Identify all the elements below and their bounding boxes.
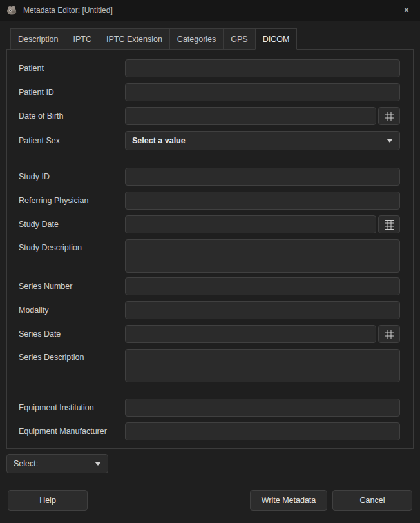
study-description-label: Study Description <box>19 239 125 252</box>
equipment-institution-label: Equipment Institution <box>19 403 125 412</box>
series-date-label: Series Date <box>19 330 125 339</box>
patient-id-label: Patient ID <box>19 88 125 97</box>
tab-gps[interactable]: GPS <box>223 28 254 50</box>
date-of-birth-calendar-button[interactable] <box>378 107 400 125</box>
title-bar: Metadata Editor: [Untitled] × <box>0 0 420 21</box>
series-description-label: Series Description <box>19 349 125 362</box>
series-number-label: Series Number <box>19 282 125 291</box>
field-row-patient-sex: Patient Sex Select a value <box>19 131 400 150</box>
field-row-study-description: Study Description <box>19 239 400 273</box>
dicom-form: Patient Patient ID Date of Birth <box>6 49 414 449</box>
field-row-patient-id: Patient ID <box>19 83 400 101</box>
study-id-input[interactable] <box>125 168 400 186</box>
field-row-study-date: Study Date <box>19 215 400 233</box>
tab-bar: Description IPTC IPTC Extension Categori… <box>10 28 297 50</box>
group-divider <box>19 156 400 168</box>
select-combobox-value: Select: <box>14 459 38 468</box>
tab-iptc-extension[interactable]: IPTC Extension <box>99 28 169 50</box>
field-row-date-of-birth: Date of Birth <box>19 107 400 125</box>
cancel-button[interactable]: Cancel <box>332 490 412 511</box>
app-icon <box>6 5 18 15</box>
series-description-textarea[interactable] <box>125 349 400 382</box>
field-row-patient: Patient <box>19 59 400 77</box>
study-date-calendar-button[interactable] <box>378 215 400 233</box>
equipment-institution-input[interactable] <box>125 399 400 417</box>
dialog-button-row: Help Write Metadata Cancel <box>0 490 420 511</box>
study-date-input[interactable] <box>125 215 376 233</box>
patient-input[interactable] <box>125 59 400 77</box>
referring-physician-input[interactable] <box>125 192 400 210</box>
study-date-label: Study Date <box>19 220 125 229</box>
select-combobox[interactable]: Select: <box>6 454 108 473</box>
field-row-modality: Modality <box>19 301 400 319</box>
tab-iptc[interactable]: IPTC <box>66 28 99 50</box>
field-row-series-number: Series Number <box>19 277 400 295</box>
patient-label: Patient <box>19 64 125 73</box>
tab-dicom[interactable]: DICOM <box>255 28 298 50</box>
study-description-textarea[interactable] <box>125 239 400 273</box>
metadata-notebook: Description IPTC IPTC Extension Categori… <box>6 28 414 449</box>
series-number-input[interactable] <box>125 277 400 295</box>
tab-categories[interactable]: Categories <box>169 28 223 50</box>
chevron-down-icon <box>95 462 101 466</box>
patient-sex-value: Select a value <box>132 136 186 145</box>
date-of-birth-label: Date of Birth <box>19 112 125 121</box>
write-metadata-button[interactable]: Write Metadata <box>250 490 327 511</box>
field-row-study-id: Study ID <box>19 168 400 186</box>
window-title: Metadata Editor: [Untitled] <box>23 6 390 15</box>
series-date-calendar-button[interactable] <box>378 325 400 343</box>
tab-description[interactable]: Description <box>10 28 66 50</box>
field-row-equipment-manufacturer: Equipment Manufacturer <box>19 422 400 440</box>
modality-label: Modality <box>19 306 125 315</box>
patient-id-input[interactable] <box>125 83 400 101</box>
modality-input[interactable] <box>125 301 400 319</box>
help-button[interactable]: Help <box>8 490 88 511</box>
field-row-series-description: Series Description <box>19 349 400 382</box>
calendar-grid-icon <box>385 220 394 230</box>
group-divider <box>19 387 400 399</box>
field-row-equipment-institution: Equipment Institution <box>19 399 400 417</box>
patient-sex-label: Patient Sex <box>19 136 125 145</box>
patient-sex-combobox[interactable]: Select a value <box>125 131 400 150</box>
date-of-birth-input[interactable] <box>125 107 376 125</box>
field-row-series-date: Series Date <box>19 325 400 343</box>
series-date-input[interactable] <box>125 325 376 343</box>
field-row-referring-physician: Referring Physician <box>19 192 400 210</box>
close-icon[interactable]: × <box>396 0 417 21</box>
calendar-grid-icon <box>385 330 394 339</box>
study-id-label: Study ID <box>19 172 125 181</box>
chevron-down-icon <box>387 139 393 143</box>
calendar-grid-icon <box>385 112 394 121</box>
equipment-manufacturer-input[interactable] <box>125 422 400 440</box>
referring-physician-label: Referring Physician <box>19 196 125 205</box>
equipment-manufacturer-label: Equipment Manufacturer <box>19 427 125 436</box>
